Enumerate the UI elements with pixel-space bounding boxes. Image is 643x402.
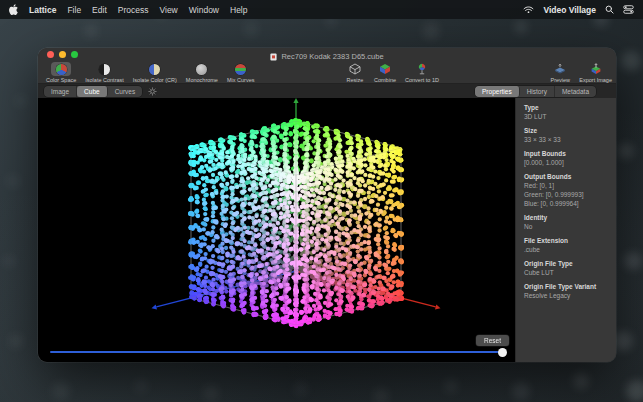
monochrome-button[interactable]: Monochrome <box>186 62 218 83</box>
menu-status-text[interactable]: Video Village <box>543 5 596 15</box>
property-row: Origin File TypeCube LUT <box>524 259 612 277</box>
property-value: Green: [0, 0.999993] <box>524 190 612 199</box>
control-center-icon[interactable] <box>623 5 634 14</box>
isolate-color-icon <box>149 64 160 75</box>
isolate-color-button[interactable]: Isolate Color (CR) <box>133 62 177 83</box>
property-label: Identity <box>524 213 612 222</box>
tab-properties[interactable]: Properties <box>475 86 520 97</box>
property-row: Type3D LUT <box>524 103 612 121</box>
property-value: Resolve Legacy <box>524 291 612 300</box>
menu-item-window[interactable]: Window <box>189 5 219 15</box>
document-icon <box>270 53 277 61</box>
isolate-contrast-icon <box>99 64 110 75</box>
tab-metadata[interactable]: Metadata <box>555 86 596 97</box>
resize-button[interactable]: Resize <box>345 62 365 83</box>
menu-item-help[interactable]: Help <box>230 5 247 15</box>
property-row: Input Bounds[0.000, 1.000] <box>524 149 612 167</box>
color-space-icon <box>56 64 67 75</box>
property-row: Size33 × 33 × 33 <box>524 126 612 144</box>
combine-icon <box>375 62 395 76</box>
lut-cube-visualization[interactable] <box>38 98 515 362</box>
window-titlebar[interactable]: Rec709 Kodak 2383 D65.cube <box>38 48 616 61</box>
animation-slider[interactable] <box>50 351 505 353</box>
zoom-window-button[interactable] <box>71 51 78 58</box>
toolbar: Color Space Isolate Contrast Isolate Col… <box>38 61 616 84</box>
combine-button[interactable]: Combine <box>374 62 396 83</box>
tab-cube[interactable]: Cube <box>77 86 108 97</box>
wifi-icon[interactable] <box>523 6 534 14</box>
preview-icon <box>550 62 570 76</box>
minimize-window-button[interactable] <box>59 51 66 58</box>
property-label: Input Bounds <box>524 149 612 158</box>
lattice-window: Rec709 Kodak 2383 D65.cube Color Space I… <box>38 48 616 362</box>
preview-button[interactable]: Preview <box>550 62 570 83</box>
export-image-button[interactable]: Export Image <box>579 62 612 83</box>
slider-thumb[interactable] <box>498 348 507 357</box>
property-row: Origin File Type VariantResolve Legacy <box>524 282 612 300</box>
mix-curves-button[interactable]: Mix Curves <box>227 62 255 83</box>
property-value: [0.000, 1.000] <box>524 158 612 167</box>
window-title: Rec709 Kodak 2383 D65.cube <box>281 52 383 61</box>
inspector-segmented-control: Properties History Metadata <box>475 86 596 97</box>
monochrome-icon <box>196 64 207 75</box>
property-row: File Extension.cube <box>524 236 612 254</box>
property-value: Red: [0, 1] <box>524 181 612 190</box>
convert-to-1d-button[interactable]: Convert to 1D <box>405 62 439 83</box>
property-label: File Extension <box>524 236 612 245</box>
reset-button[interactable]: Reset <box>476 335 509 346</box>
resize-icon <box>345 62 365 76</box>
property-label: Size <box>524 126 612 135</box>
menu-bar: Lattice File Edit Process View Window He… <box>0 0 643 19</box>
property-label: Output Bounds <box>524 172 612 181</box>
property-row: Output BoundsRed: [0, 1]Green: [0, 0.999… <box>524 172 612 208</box>
isolate-contrast-button[interactable]: Isolate Contrast <box>85 62 124 83</box>
menu-item-edit[interactable]: Edit <box>92 5 107 15</box>
property-label: Origin File Type Variant <box>524 282 612 291</box>
menu-item-view[interactable]: View <box>159 5 177 15</box>
tab-curves[interactable]: Curves <box>108 86 143 97</box>
search-icon[interactable] <box>605 5 614 14</box>
convert-to-1d-icon <box>412 62 432 76</box>
view-settings-gear-icon[interactable] <box>148 87 157 96</box>
menu-item-file[interactable]: File <box>67 5 81 15</box>
close-window-button[interactable] <box>47 51 54 58</box>
property-value: 3D LUT <box>524 112 612 121</box>
property-value: No <box>524 222 612 231</box>
cube-viewport[interactable]: Reset <box>38 98 515 362</box>
property-row: IdentityNo <box>524 213 612 231</box>
tab-image[interactable]: Image <box>44 86 77 97</box>
property-label: Origin File Type <box>524 259 612 268</box>
export-image-icon <box>586 62 606 76</box>
tab-history[interactable]: History <box>520 86 555 97</box>
properties-panel: Type3D LUTSize33 × 33 × 33Input Bounds[0… <box>515 98 616 362</box>
property-label: Type <box>524 103 612 112</box>
menu-item-process[interactable]: Process <box>118 5 149 15</box>
apple-menu-icon[interactable] <box>9 4 18 15</box>
property-value: Cube LUT <box>524 268 612 277</box>
property-value: .cube <box>524 245 612 254</box>
menu-app-name[interactable]: Lattice <box>29 5 56 15</box>
color-space-button[interactable]: Color Space <box>46 62 76 83</box>
property-value: Blue: [0, 0.999964] <box>524 199 612 208</box>
property-value: 33 × 33 × 33 <box>524 135 612 144</box>
view-mode-segmented-control: Image Cube Curves <box>44 86 142 97</box>
mix-curves-icon <box>235 64 246 75</box>
